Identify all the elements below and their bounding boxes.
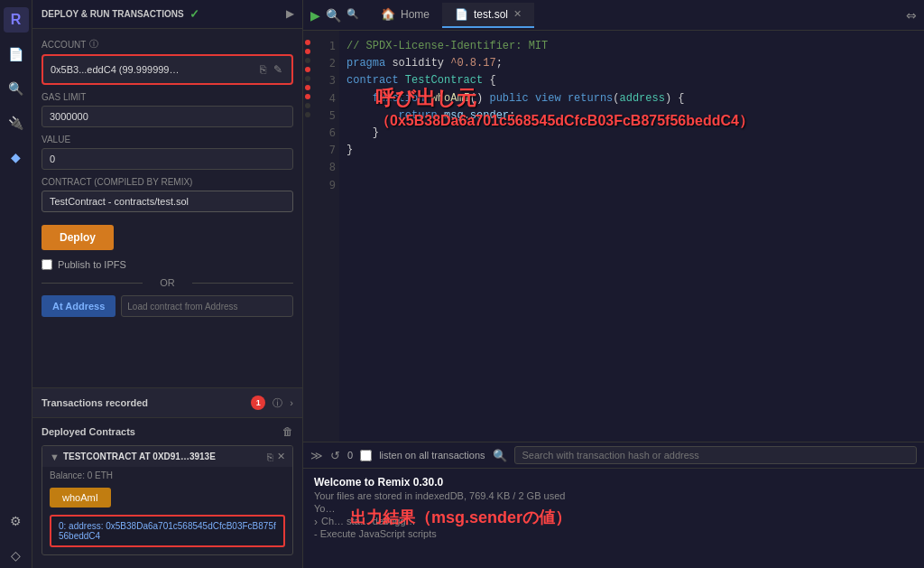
gutter-dot-7 xyxy=(305,94,310,99)
gutter-dot-4 xyxy=(305,67,310,72)
deployed-section: Deployed Contracts 🗑 ▼ TESTCONTRACT AT 0… xyxy=(32,418,302,568)
balance-row: Balance: 0 ETH xyxy=(42,467,292,484)
terminal-arrow-icon: › xyxy=(314,516,318,528)
contract-instance-header[interactable]: ▼ TESTCONTRACT AT 0XD91…3913E ⎘ ✕ xyxy=(42,446,292,467)
value-section: VALUE xyxy=(42,135,293,170)
storage-info-line: Your files are stored in indexedDB, 769.… xyxy=(314,490,913,501)
plugin-icon[interactable]: 🔌 xyxy=(4,110,29,135)
refresh-icon[interactable]: ↺ xyxy=(330,449,340,462)
gutter-dot-3 xyxy=(305,58,310,63)
account-info-icon[interactable]: ⓘ xyxy=(89,38,98,51)
gas-limit-section: GAS LIMIT xyxy=(42,92,293,127)
deployed-title: Deployed Contracts xyxy=(42,426,277,437)
edit-account-button[interactable]: ✎ xyxy=(272,61,284,78)
collapse-icon[interactable]: ≫ xyxy=(310,449,323,462)
account-label: ACCOUNT ⓘ xyxy=(42,38,293,51)
settings-icon[interactable]: ⚙ xyxy=(4,508,29,534)
or-divider: OR xyxy=(42,277,293,288)
instance-chevron-icon: ▼ xyxy=(50,452,60,462)
publish-checkbox[interactable] xyxy=(42,259,52,270)
whoami-button[interactable]: whoAmI xyxy=(50,488,111,507)
tab-home-label: Home xyxy=(401,8,430,21)
transactions-row[interactable]: Transactions recorded 1 ⓘ › xyxy=(32,387,302,418)
editor-expand-icon[interactable]: ⇔ xyxy=(906,8,917,23)
editor-tabs: ▶ 🔍 🔍 🏠 Home 📄 test.sol ✕ ⇔ xyxy=(303,0,924,31)
listen-checkbox[interactable] xyxy=(360,450,372,461)
transactions-info-icon[interactable]: ⓘ xyxy=(273,396,282,410)
zoom-out-icon[interactable]: 🔍 xyxy=(346,8,359,23)
copy-contract-icon[interactable]: ⎘ xyxy=(267,452,273,462)
deploy-header: DEPLOY & RUN TRANSACTIONS ✓ ▶ xyxy=(32,0,302,29)
transactions-label: Transactions recorded xyxy=(42,397,244,408)
account-actions: ⎘ ✎ xyxy=(258,61,284,78)
tx-count: 0 xyxy=(347,450,353,461)
tab-home[interactable]: 🏠 Home xyxy=(368,2,442,28)
gutter-dot-6 xyxy=(305,85,310,90)
contract-select[interactable]: TestContract - contracts/test.sol xyxy=(42,191,293,212)
output-box: 0: address: 0x5B38Da6a701c568545dCfcB03F… xyxy=(50,515,285,547)
deploy-title: DEPLOY & RUN TRANSACTIONS xyxy=(42,9,184,19)
deployed-header: Deployed Contracts 🗑 xyxy=(42,425,293,438)
gas-limit-input[interactable] xyxy=(42,106,293,127)
welcome-line: Welcome to Remix 0.30.0 xyxy=(314,476,913,489)
git-icon[interactable]: ◇ xyxy=(4,543,29,568)
line5: - Execute JavaScript scripts xyxy=(314,528,913,539)
gutter-dot-9 xyxy=(305,112,310,117)
account-box: 0x5B3...eddC4 (99.999999… ⎘ ✎ xyxy=(42,54,293,85)
gutter-dot-2 xyxy=(305,49,310,54)
bottom-panel: ≫ ↺ 0 listen on all transactions 🔍 Welco… xyxy=(303,442,924,568)
contract-label: CONTRACT (Compiled by Remix) xyxy=(42,177,293,187)
close-tab-icon[interactable]: ✕ xyxy=(513,8,522,20)
account-select[interactable]: 0x5B3...eddC4 (99.999999… xyxy=(51,64,254,75)
transactions-badge: 1 xyxy=(251,396,265,410)
at-address-row: At Address xyxy=(42,295,293,317)
contract-section: CONTRACT (Compiled by Remix) TestContrac… xyxy=(42,177,293,212)
value-label: VALUE xyxy=(42,135,293,144)
at-address-button[interactable]: At Address xyxy=(42,295,116,317)
tab-icons: ▶ 🔍 🔍 xyxy=(310,8,359,23)
trash-icon[interactable]: 🗑 xyxy=(282,425,293,438)
file-icon[interactable]: 📄 xyxy=(4,42,29,67)
contract-instance-name: TESTCONTRACT AT 0XD91…3913E xyxy=(63,452,263,461)
at-address-input[interactable] xyxy=(121,295,293,317)
deploy-body: ACCOUNT ⓘ 0x5B3...eddC4 (99.999999… ⎘ ✎ … xyxy=(32,29,302,387)
gutter-dot-5 xyxy=(305,76,310,81)
transactions-chevron-icon: › xyxy=(290,397,293,408)
code-area: 12345 6789 // SPDX-License-Identifier: M… xyxy=(303,31,924,442)
search-icon[interactable]: 🔍 xyxy=(4,76,29,101)
play-icon[interactable]: ▶ xyxy=(310,8,320,23)
gutter-dot-8 xyxy=(305,103,310,108)
tab-test-sol[interactable]: 📄 test.sol ✕ xyxy=(442,3,534,28)
publish-label: Publish to IPFS xyxy=(58,259,126,270)
editor-wrapper: ▶ 🔍 🔍 🏠 Home 📄 test.sol ✕ ⇔ xyxy=(303,0,924,568)
publish-row: Publish to IPFS xyxy=(42,259,293,270)
deploy-button[interactable]: Deploy xyxy=(42,225,114,250)
transaction-search-input[interactable] xyxy=(514,446,917,464)
expand-arrow-icon[interactable]: ▶ xyxy=(286,8,293,20)
copy-account-button[interactable]: ⎘ xyxy=(258,61,268,78)
gas-limit-label: GAS LIMIT xyxy=(42,92,293,102)
tab-file-icon: 📄 xyxy=(455,8,468,21)
icon-bar: R 📄 🔍 🔌 ◆ ⚙ ◇ xyxy=(0,0,32,568)
bottom-toolbar: ≫ ↺ 0 listen on all transactions 🔍 xyxy=(303,442,924,469)
output-annotation-row: › Ch… sta… debugg… 出力結果（msg.senderの値） xyxy=(314,516,913,528)
contract-instance: ▼ TESTCONTRACT AT 0XD91…3913E ⎘ ✕ Balanc… xyxy=(42,445,293,555)
deploy-panel: DEPLOY & RUN TRANSACTIONS ✓ ▶ ACCOUNT ⓘ … xyxy=(32,0,303,568)
gutter-dot-1 xyxy=(305,40,310,45)
terminal-content: Welcome to Remix 0.30.0 Your files are s… xyxy=(303,469,924,546)
account-row: 0x5B3...eddC4 (99.999999… ⎘ ✎ xyxy=(51,61,284,78)
search-icon[interactable]: 🔍 xyxy=(493,449,507,462)
account-section: ACCOUNT ⓘ 0x5B3...eddC4 (99.999999… ⎘ ✎ xyxy=(42,38,293,85)
listen-label: listen on all transactions xyxy=(379,450,485,461)
remix-logo[interactable]: R xyxy=(4,7,29,33)
deploy-icon[interactable]: ◆ xyxy=(4,144,29,170)
value-input[interactable] xyxy=(42,148,293,170)
zoom-in-icon[interactable]: 🔍 xyxy=(326,8,341,23)
close-contract-icon[interactable]: ✕ xyxy=(277,451,285,462)
line4: Ch… sta… debugg… xyxy=(321,516,416,526)
tab-sol-label: test.sol xyxy=(474,8,508,21)
line-numbers: 12345 6789 xyxy=(312,31,339,442)
line3: Yo… xyxy=(314,503,913,514)
code-content[interactable]: // SPDX-License-Identifier: MIT pragma s… xyxy=(339,31,924,442)
home-icon: 🏠 xyxy=(381,7,395,21)
